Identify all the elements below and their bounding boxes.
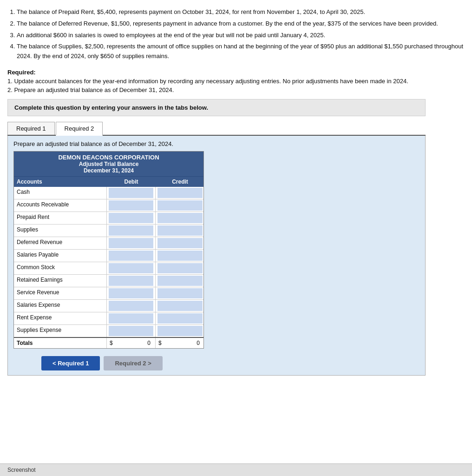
- debit-input-cell[interactable]: [107, 287, 156, 299]
- account-name: Rent Expense: [14, 312, 107, 324]
- account-name: Accounts Receivable: [14, 199, 107, 212]
- required-heading: Required:: [7, 69, 36, 76]
- credit-input-cell[interactable]: [156, 325, 204, 337]
- debit-input[interactable]: [109, 213, 153, 223]
- required-item2: 2. Prepare an adjusted trial balance as …: [7, 86, 465, 93]
- table-row: Service Revenue: [14, 287, 203, 300]
- account-name: Common Stock: [14, 262, 107, 274]
- credit-input[interactable]: [157, 213, 203, 223]
- account-name: Salaries Payable: [14, 250, 107, 262]
- table-row: Prepaid Rent: [14, 212, 203, 225]
- instructions-section: The balance of Prepaid Rent, $5,400, rep…: [7, 7, 465, 61]
- table-row: Supplies Expense: [14, 325, 203, 337]
- tab-required1[interactable]: Required 1: [7, 122, 55, 135]
- credit-input[interactable]: [157, 263, 203, 273]
- debit-input-cell[interactable]: [107, 199, 156, 212]
- credit-input[interactable]: [157, 238, 203, 248]
- debit-input[interactable]: [109, 276, 153, 286]
- instruction-item-2: The balance of Deferred Revenue, $1,500,…: [17, 19, 465, 29]
- debit-input[interactable]: [109, 288, 153, 298]
- debit-input[interactable]: [109, 263, 153, 273]
- credit-input[interactable]: [157, 313, 203, 324]
- tb-totals-row: Totals$0$0: [14, 337, 203, 348]
- trial-balance-container: DEMON DEACONS CORPORATION Adjusted Trial…: [13, 151, 204, 349]
- totals-debit-cell: $0: [107, 338, 156, 348]
- totals-credit-cell: $0: [156, 338, 204, 348]
- debit-input[interactable]: [109, 251, 153, 261]
- credit-input-cell[interactable]: [156, 225, 204, 237]
- debit-input-cell[interactable]: [107, 212, 156, 224]
- account-name: Service Revenue: [14, 287, 107, 299]
- debit-sign: $: [110, 340, 113, 346]
- nav-btn-required1[interactable]: < Required 1: [41, 356, 100, 370]
- credit-input[interactable]: [157, 200, 203, 211]
- account-name: Deferred Revenue: [14, 237, 107, 249]
- tab-content-description: Prepare an adjusted trial balance as of …: [13, 140, 173, 147]
- table-row: Supplies: [14, 225, 203, 237]
- debit-val: 0: [114, 340, 152, 346]
- debit-input[interactable]: [109, 326, 153, 336]
- debit-input-cell[interactable]: [107, 187, 156, 199]
- debit-input-cell[interactable]: [107, 262, 156, 274]
- col-credit-header: Credit: [156, 177, 204, 187]
- credit-input-cell[interactable]: [156, 287, 204, 299]
- instruction-item-4: The balance of Supplies, $2,500, represe…: [17, 42, 465, 61]
- account-name: Retained Earnings: [14, 275, 107, 287]
- credit-input[interactable]: [157, 225, 203, 236]
- debit-input-cell[interactable]: [107, 225, 156, 237]
- credit-input-cell[interactable]: [156, 275, 204, 287]
- tb-date: December 31, 2024: [16, 167, 202, 175]
- account-name: Prepaid Rent: [14, 212, 107, 224]
- table-row: Common Stock: [14, 262, 203, 275]
- tab-content-area: Prepare an adjusted trial balance as of …: [7, 136, 426, 376]
- account-name: Supplies Expense: [14, 325, 107, 337]
- table-row: Accounts Receivable: [14, 199, 203, 212]
- tb-rows: CashAccounts ReceivablePrepaid RentSuppl…: [14, 187, 203, 337]
- table-row: Salaries Expense: [14, 300, 203, 312]
- credit-val: 0: [163, 340, 202, 346]
- debit-input-cell[interactable]: [107, 237, 156, 249]
- tb-title: Adjusted Trial Balance: [16, 161, 202, 167]
- table-row: Cash: [14, 187, 203, 199]
- credit-input-cell[interactable]: [156, 250, 204, 262]
- totals-label: Totals: [14, 338, 107, 348]
- debit-input-cell[interactable]: [107, 250, 156, 262]
- debit-input-cell[interactable]: [107, 300, 156, 312]
- col-accounts-header: Accounts: [14, 177, 107, 187]
- credit-input[interactable]: [157, 288, 203, 298]
- credit-input-cell[interactable]: [156, 187, 204, 199]
- credit-input[interactable]: [157, 251, 203, 261]
- credit-input[interactable]: [157, 276, 203, 286]
- required-section: Required: 1. Update account balances for…: [7, 69, 465, 93]
- table-row: Deferred Revenue: [14, 237, 203, 250]
- nav-btn-required2[interactable]: Required 2 >: [104, 356, 162, 370]
- instruction-item-1: The balance of Prepaid Rent, $5,400, rep…: [17, 7, 465, 17]
- debit-input[interactable]: [109, 313, 153, 324]
- debit-input[interactable]: [109, 238, 153, 248]
- debit-input[interactable]: [109, 225, 153, 236]
- debit-input[interactable]: [109, 200, 153, 211]
- credit-input-cell[interactable]: [156, 237, 204, 249]
- instruction-item-3: An additional $600 in salaries is owed t…: [17, 31, 465, 40]
- credit-input[interactable]: [157, 326, 203, 336]
- credit-input[interactable]: [157, 301, 203, 311]
- debit-input[interactable]: [109, 301, 153, 311]
- credit-input-cell[interactable]: [156, 300, 204, 312]
- nav-buttons: < Required 1 Required 2 >: [41, 356, 420, 370]
- credit-input-cell[interactable]: [156, 262, 204, 274]
- account-name: Supplies: [14, 225, 107, 237]
- tb-col-headers: Accounts Debit Credit: [14, 176, 203, 187]
- credit-input[interactable]: [157, 188, 203, 198]
- credit-sign: $: [158, 340, 162, 346]
- credit-input-cell[interactable]: [156, 199, 204, 212]
- credit-input-cell[interactable]: [156, 212, 204, 224]
- credit-input-cell[interactable]: [156, 312, 204, 324]
- debit-input-cell[interactable]: [107, 275, 156, 287]
- account-name: Salaries Expense: [14, 300, 107, 312]
- debit-input-cell[interactable]: [107, 312, 156, 324]
- tabs-row: Required 1 Required 2: [7, 122, 426, 136]
- debit-input-cell[interactable]: [107, 325, 156, 337]
- debit-input[interactable]: [109, 188, 153, 198]
- table-row: Salaries Payable: [14, 250, 203, 262]
- tab-required2[interactable]: Required 2: [56, 122, 103, 136]
